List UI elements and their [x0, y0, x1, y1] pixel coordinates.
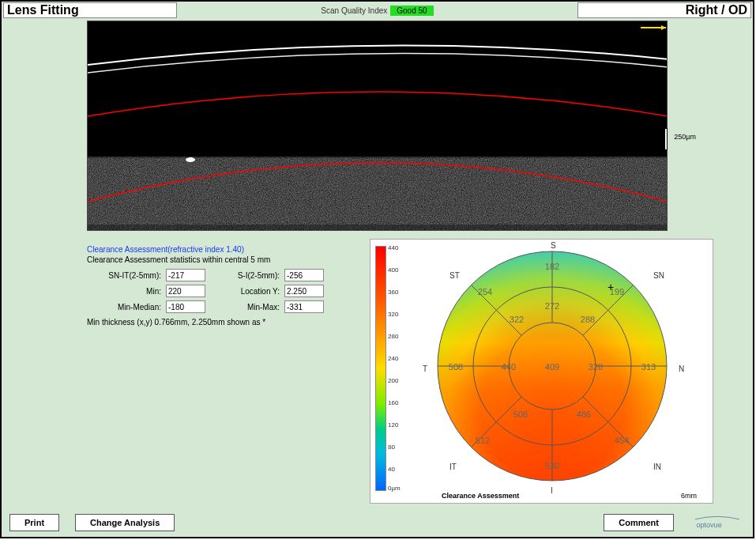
svg-text:272: 272 [545, 301, 559, 311]
svg-text:optovue: optovue [696, 521, 721, 529]
scan-quality-label: Scan Quality Index [321, 6, 387, 15]
colorbar-tick: 240 [388, 355, 398, 362]
svg-text:254: 254 [478, 287, 492, 296]
svg-text:454: 454 [615, 436, 629, 445]
footer-bar: Print Change Analysis Comment optovue [2, 508, 753, 537]
colorbar [375, 246, 386, 491]
scan-svg [88, 21, 668, 231]
min-thickness-note: Min thickness (x,y) 0.766mm, 2.250mm sho… [87, 318, 355, 327]
colorbar-tick: 280 [388, 333, 398, 340]
minmax-field[interactable] [284, 300, 324, 313]
colorbar-tick: 80 [388, 444, 395, 451]
clearance-subtitle: Clearance Assessment statistics within c… [87, 255, 355, 264]
compass-sn: SN [653, 271, 664, 280]
comment-button[interactable]: Comment [604, 514, 674, 531]
app-window: Lens Fitting Scan Quality Index Good 50 … [0, 0, 754, 538]
radial-map-svg: + 409 272 288 322 440 328 508 486 182 19… [434, 247, 671, 485]
scale-bar-label: 250µm [674, 133, 696, 141]
locy-field[interactable] [284, 285, 324, 297]
compass-i: I [551, 486, 553, 495]
change-analysis-button[interactable]: Change Analysis [75, 514, 175, 531]
svg-text:486: 486 [577, 410, 591, 419]
header-center: Scan Quality Index Good 50 [177, 6, 577, 16]
colorbar-tick: 0µm [388, 485, 401, 492]
colorbar-tick: 40 [388, 466, 395, 473]
min-label: Min: [87, 287, 166, 296]
svg-text:409: 409 [545, 362, 559, 372]
print-button[interactable]: Print [9, 514, 59, 531]
svg-text:328: 328 [589, 362, 603, 372]
compass-t: T [423, 364, 427, 373]
clearance-title: Clearance Assessment(refractive index 1.… [87, 245, 355, 254]
colorbar-tick: 200 [388, 377, 398, 384]
si-label: S-I(2-5mm): [205, 271, 284, 280]
snit-field[interactable] [166, 269, 205, 281]
svg-text:512: 512 [476, 436, 490, 445]
svg-text:182: 182 [545, 262, 559, 271]
map-title: Clearance Assessment [442, 492, 519, 500]
svg-text:440: 440 [502, 362, 516, 372]
svg-text:508: 508 [513, 410, 528, 419]
colorbar-tick: 400 [388, 266, 398, 274]
svg-text:508: 508 [449, 362, 463, 372]
svg-text:322: 322 [510, 315, 524, 324]
colorbar-tick: 320 [388, 311, 398, 318]
scale-bar-icon [664, 128, 668, 150]
colorbar-tick: 440 [388, 244, 398, 251]
compass-in: IN [653, 463, 661, 471]
svg-point-1 [186, 157, 195, 162]
eye-label: Right / OD [577, 2, 751, 18]
page-title: Lens Fitting [3, 2, 177, 18]
minmed-label: Min-Median: [87, 303, 166, 312]
si-field[interactable] [284, 269, 324, 281]
header-bar: Lens Fitting Scan Quality Index Good 50 … [2, 2, 753, 19]
minmed-field[interactable] [166, 300, 205, 313]
svg-text:313: 313 [641, 362, 656, 372]
compass-st: ST [449, 271, 460, 280]
compass-n: N [679, 364, 684, 373]
colorbar-tick: 160 [388, 399, 398, 406]
clearance-map[interactable]: 440 400 360 320 280 240 200 160 120 80 4… [370, 239, 713, 504]
scan-quality-badge: Good 50 [390, 6, 433, 16]
svg-text:530: 530 [545, 461, 559, 470]
map-scale: 6mm [681, 492, 697, 500]
minmax-label: Min-Max: [205, 303, 284, 312]
min-field[interactable] [166, 285, 205, 297]
compass-s: S [551, 241, 556, 250]
clearance-panel: Clearance Assessment(refractive index 1.… [87, 245, 355, 327]
snit-label: SN-IT(2-5mm): [87, 271, 166, 280]
colorbar-tick: 120 [388, 421, 398, 429]
svg-text:199: 199 [610, 287, 624, 296]
compass-it: IT [449, 463, 457, 471]
optovue-logo: optovue [690, 514, 745, 531]
colorbar-tick: 360 [388, 289, 398, 296]
locy-label: Location Y: [205, 287, 284, 296]
oct-scan-image[interactable] [87, 21, 668, 231]
svg-text:288: 288 [581, 315, 595, 324]
